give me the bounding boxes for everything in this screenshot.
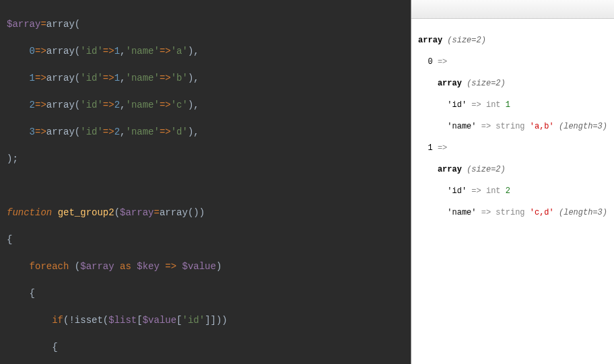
code-line: 0=>array('id'=>1,'name'=>'a'), bbox=[7, 44, 404, 58]
code-line: { bbox=[7, 287, 404, 300]
code-line: { bbox=[7, 340, 404, 354]
vardump-output: array (size=2) 0 => array (size=2) 'id' … bbox=[411, 19, 614, 245]
output-line: 1 => bbox=[418, 143, 607, 153]
output-pane: array (size=2) 0 => array (size=2) 'id' … bbox=[411, 0, 614, 364]
output-line: array (size=2) bbox=[418, 164, 607, 175]
output-line: 'id' => int 1 bbox=[418, 100, 607, 110]
code-line: foreach ($array as $key => $value) bbox=[7, 260, 404, 273]
code-line: if(!isset($list[$value['id']])) bbox=[7, 314, 404, 327]
variable: $array bbox=[7, 19, 40, 30]
code-line bbox=[7, 179, 404, 192]
code-line: 3=>array('id'=>2,'name'=>'d'), bbox=[7, 125, 404, 139]
code-editor[interactable]: $array=array( 0=>array('id'=>1,'name'=>'… bbox=[0, 0, 411, 364]
code-line: 1=>array('id'=>1,'name'=>'b'), bbox=[7, 71, 404, 85]
browser-chrome bbox=[411, 0, 614, 19]
output-line: 'id' => int 2 bbox=[418, 186, 607, 196]
code-line: { bbox=[7, 233, 404, 246]
code-line: function get_group2($array=array()) bbox=[7, 206, 404, 219]
output-line: array (size=2) bbox=[418, 78, 607, 89]
output-line: 0 => bbox=[418, 57, 607, 67]
code-line: 2=>array('id'=>2,'name'=>'c'), bbox=[7, 98, 404, 112]
code-line: $array=array( bbox=[7, 17, 404, 31]
output-line: 'name' => string 'c,d' (length=3) bbox=[418, 207, 607, 218]
code-line: ); bbox=[7, 152, 404, 166]
output-line: array (size=2) bbox=[418, 35, 607, 46]
output-line: 'name' => string 'a,b' (length=3) bbox=[418, 121, 607, 132]
